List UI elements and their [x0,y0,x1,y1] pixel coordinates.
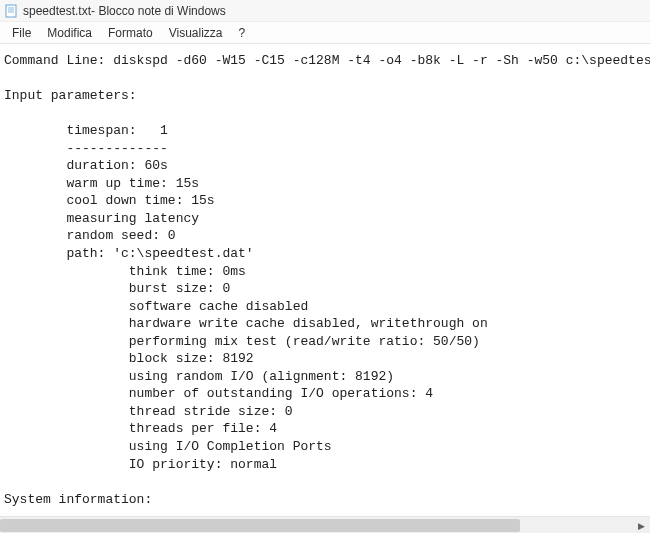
random-io: using random I/O (alignment: 8192) [4,369,394,384]
menu-help[interactable]: ? [231,24,254,42]
warmup: warm up time: 15s [4,176,199,191]
outstanding: number of outstanding I/O operations: 4 [4,386,433,401]
seed: random seed: 0 [4,228,176,243]
menubar: File Modifica Formato Visualizza ? [0,22,650,44]
titlebar-appname: - Blocco note di Windows [91,4,226,18]
input-params-header: Input parameters: [4,88,137,103]
burst-size: burst size: 0 [4,281,230,296]
notepad-window: speedtest.txt - Blocco note di Windows F… [0,0,650,533]
threads: threads per file: 4 [4,421,277,436]
block-size: block size: 8192 [4,351,254,366]
menu-view[interactable]: Visualizza [161,24,231,42]
completion: using I/O Completion Ports [4,439,332,454]
scrollbar-thumb[interactable] [0,519,520,532]
separator: ------------- [4,141,168,156]
text-area[interactable]: Command Line: diskspd -d60 -W15 -C15 -c1… [0,44,650,516]
scrollbar-right-arrow-icon[interactable]: ▶ [633,517,650,533]
duration: duration: 60s [4,158,168,173]
stride: thread stride size: 0 [4,404,293,419]
horizontal-scrollbar[interactable]: ▶ [0,516,650,533]
notepad-icon [4,4,18,18]
sw-cache: software cache disabled [4,299,308,314]
path: path: 'c:\speedtest.dat' [4,246,254,261]
titlebar[interactable]: speedtest.txt - Blocco note di Windows [0,0,650,22]
latency: measuring latency [4,211,199,226]
priority: IO priority: normal [4,457,277,472]
timespan: timespan: 1 [4,123,168,138]
cmd-label: Command Line: [4,53,113,68]
menu-format[interactable]: Formato [100,24,161,42]
hw-cache: hardware write cache disabled, writethro… [4,316,488,331]
titlebar-filename: speedtest.txt [23,4,91,18]
menu-file[interactable]: File [4,24,39,42]
cooldown: cool down time: 15s [4,193,215,208]
menu-edit[interactable]: Modifica [39,24,100,42]
svg-rect-0 [6,5,16,17]
think-time: think time: 0ms [4,264,246,279]
sysinfo-header: System information: [4,492,152,507]
mix-test: performing mix test (read/write ratio: 5… [4,334,480,349]
cmd-value: diskspd -d60 -W15 -C15 -c128M -t4 -o4 -b… [113,53,650,68]
